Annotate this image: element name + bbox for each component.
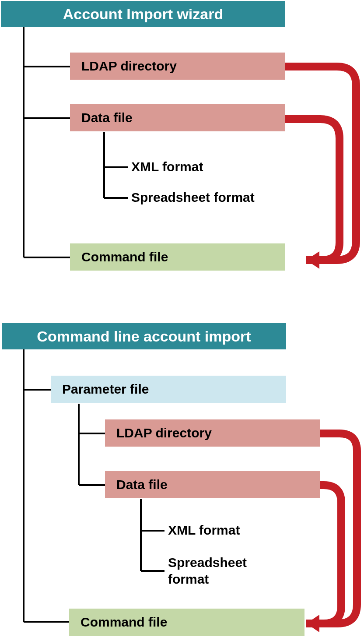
section1-title: Account Import wizard	[1, 1, 285, 27]
section2-paramfile: Parameter file	[51, 376, 286, 403]
diagram-canvas: Account Import wizard LDAP directory Dat…	[0, 0, 364, 641]
section2-title: Command line account import	[2, 323, 286, 349]
section2-spreadsheet: Spreadsheet	[168, 555, 247, 570]
svg-marker-17	[306, 615, 319, 632]
svg-marker-7	[306, 251, 319, 269]
section1-xml: XML format	[131, 159, 203, 174]
section2-datafile: Data file	[105, 471, 320, 498]
section2-ldap: LDAP directory	[105, 419, 320, 447]
connector-lines	[0, 0, 364, 641]
section2-command: Command file	[69, 609, 304, 636]
section1-spreadsheet: Spreadsheet format	[131, 190, 255, 205]
section2-format: format	[168, 572, 209, 587]
section1-command: Command file	[70, 243, 285, 271]
section1-ldap: LDAP directory	[70, 53, 285, 80]
section1-datafile: Data file	[70, 104, 285, 131]
section2-xml: XML format	[168, 523, 240, 538]
